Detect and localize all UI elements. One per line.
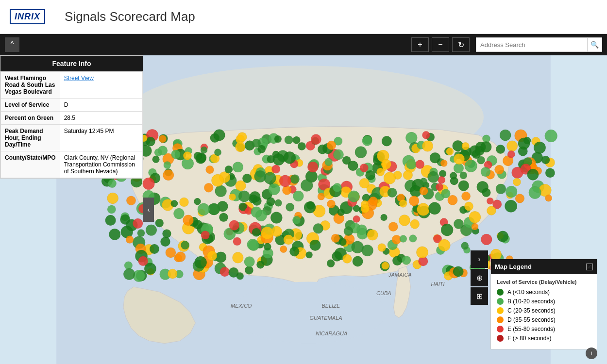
map-label-haiti: HAITI [431,281,445,287]
toolbar: ^ + − ↻ 🔍 [0,34,607,55]
map-label-mexico: MEXICO [231,303,252,309]
refresh-icon: ↻ [458,40,464,50]
map-area[interactable]: MEXICO CUBA HAITI JAMAICA BELIZE GUATEMA… [0,55,607,364]
map-label-jamaica: JAMAICA [388,272,412,278]
table-row: Percent on Green 28.5 [1,112,143,125]
label-percent-green: Percent on Green [1,112,60,125]
label-location: West Flamingo Road & South Las Vegas Bou… [1,72,60,99]
table-view-button[interactable]: ⊞ [471,287,488,305]
logo-box: INRIX [10,9,45,24]
table-row: Level of Service D [1,99,143,112]
value-los: D [60,99,142,112]
search-button[interactable]: 🔍 [587,38,602,51]
map-label-guatemala: GUATEMALA [310,315,342,321]
right-controls: › ⊕ ⊞ [471,250,488,306]
expand-button[interactable]: › [471,250,488,268]
legend-item-e: E (55-80 seconds) [497,326,591,332]
page-title: Signals Scorecard Map [65,9,195,24]
search-icon: 🔍 [590,41,599,49]
layers-button[interactable]: ⊕ [471,269,488,286]
legend-item-b: B (10-20 seconds) [497,298,591,305]
feature-info-table: West Flamingo Road & South Las Vegas Bou… [0,71,143,178]
header: INRIX Signals Scorecard Map [0,0,607,34]
legend-item-a: A (<10 seconds) [497,289,591,296]
search-container: 🔍 [476,37,602,52]
map-legend-title: Map Legend [495,263,532,270]
table-icon: ⊞ [476,292,483,301]
collapse-toolbar-button[interactable]: ^ [5,37,19,52]
legend-label-a: A (<10 seconds) [507,289,550,296]
legend-label-c: C (20-35 seconds) [507,307,556,314]
table-row: County/State/MPO Clark County, NV (Regio… [1,151,143,178]
legend-dot-a [497,289,504,296]
map-legend: Map Legend ✓ Level of Service (Delay/Veh… [490,259,597,349]
value-county: Clark County, NV (Regional Transportatio… [60,151,142,178]
legend-checkbox[interactable]: ✓ [586,264,593,270]
map-legend-header: Map Legend ✓ [491,259,597,274]
value-peak-demand: Saturday 12:45 PM [60,125,142,151]
legend-label-d: D (35-55 seconds) [507,316,556,323]
feature-info-header: Feature Info [0,56,143,71]
label-peak-demand: Peak Demand Hour, Ending Day/Time [1,125,60,151]
chevron-up-icon: ^ [10,40,14,49]
legend-dot-d [497,316,504,323]
layers-icon: ⊕ [476,273,483,282]
legend-dot-b [497,298,504,305]
map-legend-content: Level of Service (Delay/Vehicle) A (<10 … [491,274,597,349]
address-search-input[interactable] [476,38,587,51]
logo-text: INRIX [15,12,40,21]
label-los: Level of Service [1,99,60,112]
table-row: Peak Demand Hour, Ending Day/Time Saturd… [1,125,143,151]
chevron-right-icon: › [478,255,480,264]
table-row: West Flamingo Road & South Las Vegas Bou… [1,72,143,99]
refresh-button[interactable]: ↻ [452,37,470,52]
info-icon[interactable]: i [586,347,597,359]
collapse-panel-button[interactable]: ‹ [143,198,154,222]
map-label-nicaragua: NICARAGUA [316,331,347,336]
value-location: Street View [60,72,142,99]
legend-label-b: B (10-20 seconds) [507,298,555,305]
legend-subtitle: Level of Service (Delay/Vehicle) [497,279,591,285]
map-label-belize: BELIZE [322,303,340,309]
value-percent-green: 28.5 [60,112,142,125]
label-county: County/State/MPO [1,151,60,178]
legend-item-c: C (20-35 seconds) [497,307,591,314]
legend-dot-e [497,326,504,332]
zoom-out-icon: − [438,40,442,49]
street-view-link[interactable]: Street View [64,75,94,82]
logo: INRIX [10,9,45,24]
legend-item-d: D (35-55 seconds) [497,316,591,323]
legend-dot-f [497,335,504,342]
zoom-out-button[interactable]: − [432,37,449,52]
main-area: MEXICO CUBA HAITI JAMAICA BELIZE GUATEMA… [0,55,607,364]
legend-label-f: F (> 80 seconds) [507,335,551,342]
map-label-cuba: CUBA [376,290,391,296]
legend-item-f: F (> 80 seconds) [497,335,591,342]
zoom-in-icon: + [418,40,422,49]
feature-info-panel: Feature Info West Flamingo Road & South … [0,55,143,179]
legend-label-e: E (55-80 seconds) [507,326,555,332]
chevron-left-icon: ‹ [148,206,150,214]
zoom-in-button[interactable]: + [411,37,429,52]
legend-dot-c [497,307,504,314]
